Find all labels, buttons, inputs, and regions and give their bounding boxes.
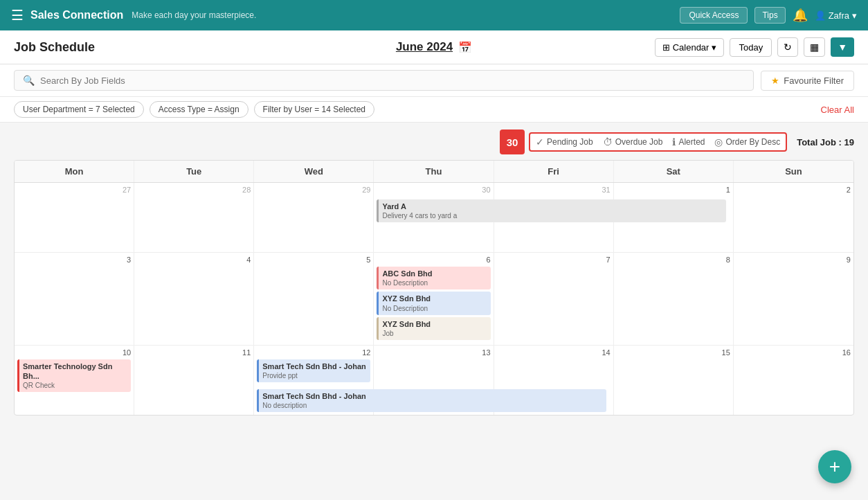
day-number: 29 [257,186,370,194]
day-cell-27[interactable]: 27 [15,183,134,252]
pending-job-label: Pending Job [547,137,593,147]
header-fri: Fri [494,161,614,182]
sort-icon: ◎ [714,136,723,148]
event-xyz-sdn-bhd-1[interactable]: XYZ Sdn Bhd No Description [377,292,490,314]
day-number: 16 [736,348,851,357]
favourite-filter-button[interactable]: ★ Favourite Filter [761,71,854,91]
calendar-week-1: 27 28 29 30 Yard A Delivery 4 cars to ya… [15,183,853,253]
day-number: 1 [617,186,730,194]
day-cell-10[interactable]: 10 Smarter Technology Sdn Bh... QR Check [15,346,134,415]
chevron-down-icon: ▾ [852,10,857,21]
user-filter-tag[interactable]: Filter by User = 14 Selected [254,101,374,118]
overdue-job-label: Overdue Job [615,137,663,147]
tips-button[interactable]: Tips [754,7,785,24]
day-cell-5[interactable]: 5 [254,253,374,345]
star-icon: ★ [771,75,779,86]
calendar-week-3: 10 Smarter Technology Sdn Bh... QR Check… [15,346,853,415]
event-desc: Job [382,329,487,338]
day-cell-11[interactable]: 11 [134,346,254,415]
search-bar: 🔍 ★ Favourite Filter [0,64,868,97]
today-button[interactable]: Today [730,38,772,57]
status-bar: 30 ✓ Pending Job ⏱ Overdue Job ℹ Alerted… [14,130,854,154]
user-name-label: Zafra [829,10,849,21]
calendar-day-headers: Mon Tue Wed Thu Fri Sat Sun [15,161,853,183]
hamburger-menu-icon[interactable]: ☰ [11,7,24,24]
day-cell-15[interactable]: 15 [614,346,734,415]
event-smart-tech-1[interactable]: Smart Tech Sdn Bhd - Johan Provide ppt [257,359,370,382]
search-input-wrapper: 🔍 [14,70,754,91]
event-title: Smarter Technology Sdn Bh... [23,361,127,382]
user-menu[interactable]: 👤 Zafra ▾ [815,10,857,21]
calendar-week-2: 3 4 5 6 ABC Sdn Bhd No Description XYZ S… [15,253,853,346]
bell-icon[interactable]: 🔔 [793,8,808,23]
day-cell-9[interactable]: 9 [734,253,853,345]
filter-button[interactable]: ▼ [831,37,854,57]
search-icon: 🔍 [23,75,35,86]
day-number: 8 [617,256,730,264]
header-mon: Mon [15,161,134,182]
department-filter-tag[interactable]: User Department = 7 Selected [14,101,144,118]
top-navigation: ☰ Sales Connection Make each day your ma… [0,0,868,30]
day-cell-6[interactable]: 6 ABC Sdn Bhd No Description XYZ Sdn Bhd… [374,253,494,345]
day-cell-30-prev[interactable]: 30 Yard A Delivery 4 cars to yard a [374,183,494,252]
day-number: 5 [257,256,370,264]
day-number: 13 [377,348,490,357]
day-number: 31 [497,186,611,194]
day-cell-3[interactable]: 3 [15,253,134,345]
pending-job-filter[interactable]: ✓ Pending Job [536,136,593,148]
check-circle-icon: ✓ [536,136,544,148]
access-type-filter-tag[interactable]: Access Type = Assign [150,101,248,118]
day-number: 9 [736,256,851,264]
alerted-label: Alerted [678,137,705,147]
search-input[interactable] [40,75,745,86]
day-cell-7[interactable]: 7 [494,253,614,345]
brand-tagline: Make each day your masterpiece. [132,10,680,20]
clock-icon: ⏱ [603,136,613,148]
favourite-filter-label: Favourite Filter [784,75,844,86]
day-cell-4[interactable]: 4 [134,253,254,345]
day-cell-29[interactable]: 29 [254,183,374,252]
user-avatar-icon: 👤 [815,10,826,21]
header-sun: Sun [734,161,853,182]
calendar-date-icon[interactable]: 📅 [458,41,472,54]
grid-icon: ⊞ [662,42,670,53]
day-cell-8[interactable]: 8 [614,253,734,345]
page-header: Job Schedule June 2024 📅 ⊞ Calendar ▾ To… [0,30,868,64]
refresh-button[interactable]: ↻ [777,37,798,57]
event-smart-tech-2[interactable]: Smart Tech Sdn Bhd - Johan No descriptio… [257,389,606,412]
event-desc: Provide ppt [262,371,367,380]
header-actions: ⊞ Calendar ▾ Today ↻ ▦ ▼ [655,37,854,57]
event-desc: No Description [382,278,487,287]
event-desc: QR Check [23,381,127,390]
topnav-right-actions: Quick Access Tips 🔔 👤 Zafra ▾ [680,7,857,24]
order-by-desc-filter[interactable]: ◎ Order By Desc [714,136,780,148]
day-cell-12[interactable]: 12 Smart Tech Sdn Bhd - Johan Provide pp… [254,346,374,415]
day-cell-28[interactable]: 28 [134,183,254,252]
layout-button[interactable]: ▦ [804,37,825,57]
event-smarter-tech[interactable]: Smarter Technology Sdn Bh... QR Check [17,359,131,393]
day-cell-16[interactable]: 16 [734,346,853,415]
badge-30: 30 [500,130,525,154]
event-xyz-sdn-bhd-2[interactable]: XYZ Sdn Bhd Job [377,317,490,340]
total-job-count: Total Job : 19 [797,137,854,148]
day-number: 4 [137,256,251,264]
info-icon: ℹ [672,136,676,148]
filter-bar: User Department = 7 Selected Access Type… [0,97,868,123]
event-title: XYZ Sdn Bhd [382,294,487,303]
brand-name: Sales Connection [30,9,123,21]
order-by-desc-label: Order By Desc [725,137,780,147]
day-cell-2[interactable]: 2 [734,183,853,252]
event-desc: Delivery 4 cars to yard a [382,211,722,220]
clear-all-button[interactable]: Clear All [821,105,854,115]
event-yard-a[interactable]: Yard A Delivery 4 cars to yard a [377,199,725,222]
event-abc-sdn-bhd[interactable]: ABC Sdn Bhd No Description [377,267,490,289]
date-navigation: June 2024 📅 [396,40,472,54]
alerted-filter[interactable]: ℹ Alerted [672,136,705,148]
quick-access-button[interactable]: Quick Access [680,7,748,24]
overdue-job-filter[interactable]: ⏱ Overdue Job [603,136,663,148]
calendar-view-button[interactable]: ⊞ Calendar ▾ [655,38,725,57]
event-desc: No Description [382,304,487,313]
day-number: 11 [137,348,251,357]
page-title: Job Schedule [14,40,655,55]
day-number: 28 [137,186,251,194]
